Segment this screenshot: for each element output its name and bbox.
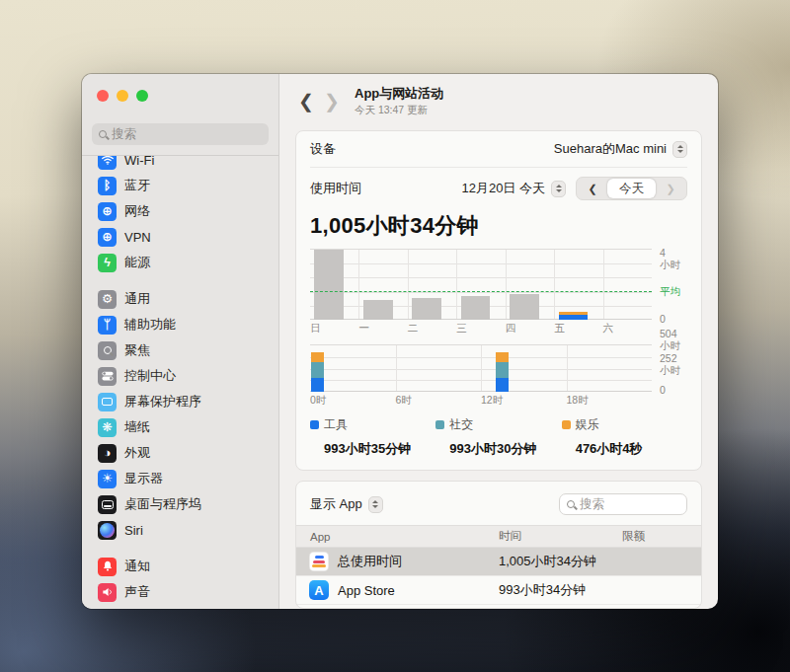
- legend-label: 娱乐: [576, 416, 599, 433]
- column-header-app[interactable]: App: [296, 531, 499, 543]
- apps-search-field[interactable]: [559, 493, 687, 515]
- app-name-cell: AApp Store: [296, 580, 499, 600]
- apps-search-input[interactable]: [580, 497, 679, 511]
- screen-saver-icon: [98, 393, 117, 411]
- wifi-icon: [98, 155, 117, 170]
- page-titles: App与网站活动 今天 13:47 更新: [355, 85, 443, 117]
- app-row-总使用时间[interactable]: 总使用时间1,005小时34分钟: [296, 548, 701, 576]
- sidebar-item-网络[interactable]: ⊕网络: [92, 198, 269, 224]
- gridline: [396, 345, 397, 392]
- weekly-bar-slot-一: [358, 250, 407, 320]
- sidebar-item-蓝牙[interactable]: ᛒ蓝牙: [92, 173, 269, 198]
- gridline: [567, 345, 568, 392]
- sidebar: Wi-Fiᛒ蓝牙⊕网络⊕VPNϟ能源⚙通用ᛘ辅助功能聚焦控制中心屏幕保护程序❋墙…: [82, 74, 279, 609]
- x-axis-label: 六: [603, 322, 614, 336]
- app-row-Telegram[interactable]: Telegram993小时21分钟: [296, 605, 701, 609]
- total-usage-time: 1,005小时34分钟: [296, 209, 701, 249]
- bar-segment-合计: [412, 298, 441, 320]
- sidebar-item-label: 屏幕保护程序: [124, 393, 201, 411]
- sidebar-search-input[interactable]: [112, 127, 262, 141]
- weekly-bar[interactable]: [412, 298, 441, 320]
- hourly-stacked-bar[interactable]: [311, 352, 324, 392]
- sidebar-item-控制中心[interactable]: 控制中心: [92, 363, 269, 389]
- sidebar-search-field[interactable]: [92, 123, 269, 145]
- legend-swatch: [435, 420, 444, 429]
- device-selector[interactable]: Suehara的Mac mini: [554, 140, 687, 158]
- x-axis-label: 18时: [567, 394, 589, 408]
- sidebar-item-label: Wi-Fi: [124, 155, 154, 168]
- sidebar-item-屏幕保护程序[interactable]: 屏幕保护程序: [92, 389, 269, 414]
- sidebar-item-label: Siri: [124, 523, 143, 538]
- weekly-chart-y-labels: 4小时0平均: [658, 249, 687, 320]
- weekly-bar[interactable]: [363, 300, 393, 320]
- sidebar-item-声音[interactable]: 声音: [92, 579, 269, 605]
- hourly-stacked-bar[interactable]: [496, 352, 509, 392]
- date-selector-value: 12月20日 今天: [461, 180, 545, 197]
- app-store-icon: A: [309, 580, 329, 600]
- sidebar-item-能源[interactable]: ϟ能源: [92, 250, 269, 275]
- sidebar-item-墙纸[interactable]: ❋墙纸: [92, 414, 269, 440]
- column-header-limit[interactable]: 限额: [622, 529, 701, 544]
- search-icon: [99, 130, 107, 138]
- sidebar-item-辅助功能[interactable]: ᛘ辅助功能: [92, 312, 269, 337]
- minimize-window-button[interactable]: [117, 90, 128, 102]
- sidebar-item-桌面与程序坞[interactable]: 桌面与程序坞: [92, 491, 269, 517]
- weekly-bar[interactable]: [559, 312, 589, 320]
- column-header-time[interactable]: 时间: [499, 529, 622, 544]
- weekly-bar[interactable]: [314, 249, 344, 320]
- app-row-App Store[interactable]: AApp Store993小时34分钟: [296, 576, 701, 605]
- close-window-button[interactable]: [97, 90, 109, 102]
- sidebar-group-gap: [92, 275, 269, 286]
- sidebar-item-显示器[interactable]: ☀显示器: [92, 466, 269, 491]
- sidebar-item-label: 通知: [124, 558, 150, 575]
- app-time: 1,005小时34分钟: [499, 553, 622, 570]
- date-selector[interactable]: 12月20日 今天: [461, 180, 566, 197]
- bar-segment-娱乐: [496, 352, 509, 362]
- usage-card: 设备 Suehara的Mac mini 使用时间 12月20日 今天 ❮ 今天: [295, 130, 702, 471]
- zoom-window-button[interactable]: [136, 90, 148, 102]
- sound-icon: [98, 583, 117, 602]
- x-axis-label: 一: [358, 322, 369, 336]
- weekly-bar[interactable]: [510, 294, 539, 320]
- sidebar-item-label: 墙纸: [124, 418, 150, 436]
- sidebar-item-Siri[interactable]: Siri: [92, 517, 269, 543]
- sidebar-item-label: 桌面与程序坞: [124, 495, 201, 513]
- sidebar-scroll-area[interactable]: Wi-Fiᛒ蓝牙⊕网络⊕VPNϟ能源⚙通用ᛘ辅助功能聚焦控制中心屏幕保护程序❋墙…: [82, 155, 278, 609]
- sidebar-item-Wi-Fi[interactable]: Wi-Fi: [92, 155, 269, 173]
- show-app-dropdown-label: 显示 App: [310, 495, 362, 513]
- bar-segment-社交: [496, 362, 509, 378]
- hourly-chart-plot[interactable]: [310, 344, 652, 392]
- weekly-chart-plot[interactable]: [310, 249, 652, 320]
- window-controls: [82, 74, 278, 113]
- page-title: App与网站活动: [355, 85, 443, 103]
- weekly-bar-slot-五: [554, 250, 602, 320]
- apps-table-header: App 时间 限额: [296, 525, 701, 548]
- sidebar-item-通用[interactable]: ⚙通用: [92, 286, 269, 312]
- weekly-bar[interactable]: [461, 296, 491, 320]
- sidebar-item-label: 网络: [124, 202, 150, 220]
- sidebar-item-通知[interactable]: 通知: [92, 554, 269, 579]
- sidebar-item-label: 控制中心: [124, 367, 176, 385]
- bluetooth-icon: ᛒ: [98, 177, 117, 195]
- screen-time-stack-icon: [309, 552, 329, 571]
- show-app-dropdown[interactable]: 显示 App: [310, 495, 383, 513]
- apps-card: 显示 App App 时间 限额 总使用时间1,005小时34分钟AApp St…: [295, 481, 702, 609]
- bar-segment-合计: [314, 249, 344, 320]
- x-axis-label: 日: [310, 322, 321, 336]
- today-button[interactable]: 今天: [607, 179, 656, 198]
- forward-button[interactable]: ❯: [321, 91, 343, 112]
- x-axis-label: 五: [554, 322, 565, 336]
- date-segmented-control: ❮ 今天 ❯: [576, 177, 687, 200]
- legend-label: 工具: [324, 416, 348, 433]
- sidebar-item-聚焦[interactable]: 聚焦: [92, 337, 269, 363]
- sidebar-item-VPN[interactable]: ⊕VPN: [92, 224, 269, 250]
- sidebar-item-外观[interactable]: ◑外观: [92, 440, 269, 466]
- y-axis-label: 0: [660, 313, 666, 325]
- x-axis-label: 四: [506, 322, 516, 336]
- back-button[interactable]: ❮: [295, 91, 317, 112]
- sidebar-item-label: 外观: [124, 444, 150, 462]
- previous-day-button[interactable]: ❮: [578, 179, 607, 198]
- next-day-button[interactable]: ❯: [656, 179, 685, 198]
- sidebar-item-label: 显示器: [124, 470, 163, 487]
- app-name-cell: 总使用时间: [296, 552, 499, 571]
